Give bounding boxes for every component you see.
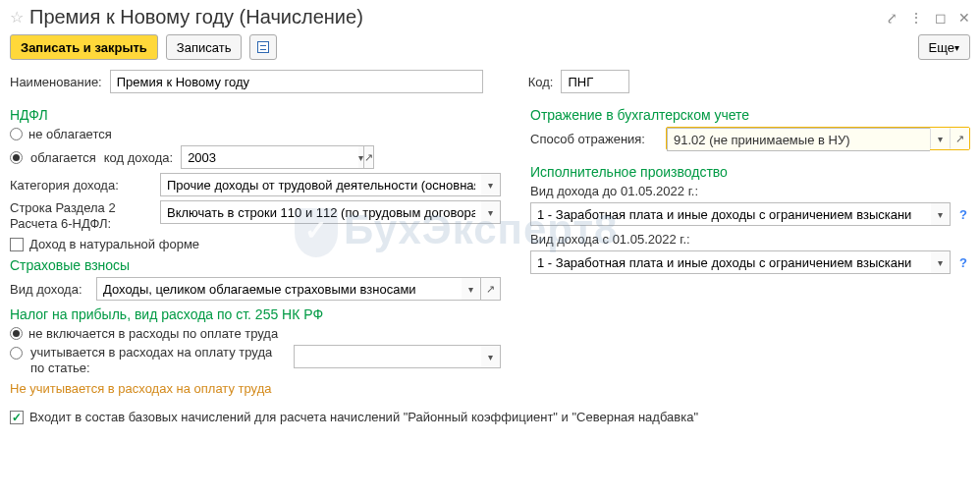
insurance-income-type-input[interactable] <box>96 277 462 301</box>
base-accruals-label: Входит в состав базовых начислений для р… <box>29 410 698 424</box>
income-before-label: Вид дохода до 01.05.2022 г.: <box>530 184 970 198</box>
ndfl-not-taxed-radio[interactable] <box>10 128 23 140</box>
reflection-method-open-icon[interactable]: ↗ <box>950 128 969 149</box>
more-menu-button[interactable]: Еще <box>918 34 970 60</box>
base-accruals-checkbox[interactable] <box>10 411 24 424</box>
income-category-label: Категория дохода: <box>10 178 152 193</box>
income-after-input[interactable] <box>530 250 931 274</box>
income-after-help-icon[interactable]: ? <box>956 255 970 270</box>
income-before-input[interactable] <box>530 202 931 226</box>
code-input[interactable] <box>561 70 629 93</box>
income-code-label: код дохода: <box>104 150 173 165</box>
ndfl-taxed-label: облагается <box>30 150 96 165</box>
expense-article-input[interactable] <box>294 345 481 368</box>
income-after-dropdown-icon[interactable]: ▾ <box>931 250 951 274</box>
expense-article-dropdown-icon[interactable]: ▾ <box>481 345 501 368</box>
list-view-button[interactable] <box>249 34 277 60</box>
insurance-income-type-dropdown-icon[interactable]: ▾ <box>462 277 481 301</box>
close-icon[interactable]: ✕ <box>958 10 970 26</box>
restore-window-icon[interactable]: ◻ <box>935 10 947 26</box>
income-after-label: Вид дохода с 01.05.2022 г.: <box>530 232 970 247</box>
window-title: Премия к Новому году (Начисление) <box>29 6 363 28</box>
income-in-kind-label: Доход в натуральной форме <box>29 237 199 251</box>
reflection-method-input[interactable] <box>667 128 930 151</box>
save-button[interactable]: Записать <box>166 34 243 60</box>
profit-not-included-radio[interactable] <box>10 327 23 340</box>
profit-by-article-label: учитывается в расходах на оплату труда п… <box>30 345 286 375</box>
name-input[interactable] <box>110 70 483 93</box>
ndfl-taxed-radio[interactable] <box>10 151 23 164</box>
link-icon[interactable]: ⤤ <box>886 10 898 26</box>
section2-dropdown-icon[interactable]: ▾ <box>481 200 501 224</box>
enforcement-header: Исполнительное производство <box>530 164 970 180</box>
section2-label: Строка Раздела 2 Расчета 6-НДФЛ: <box>10 200 152 231</box>
code-label: Код: <box>528 75 554 89</box>
reflection-method-label: Способ отражения: <box>530 132 658 146</box>
income-before-dropdown-icon[interactable]: ▾ <box>931 202 951 226</box>
income-code-input[interactable] <box>181 145 358 169</box>
profit-by-article-radio[interactable] <box>10 347 23 360</box>
list-icon <box>257 41 269 53</box>
profit-tax-header: Налог на прибыль, вид расхода по ст. 255… <box>10 306 501 322</box>
income-in-kind-checkbox[interactable] <box>10 238 24 251</box>
income-category-input[interactable] <box>160 173 481 196</box>
insurance-income-type-open-icon[interactable]: ↗ <box>481 277 501 301</box>
reflection-method-dropdown-icon[interactable]: ▾ <box>930 128 950 149</box>
kebab-menu-icon[interactable]: ⋮ <box>909 10 923 26</box>
ndfl-not-taxed-label: не облагается <box>28 127 112 141</box>
income-code-open-icon[interactable]: ↗ <box>364 145 374 169</box>
name-label: Наименование: <box>10 75 102 89</box>
profit-tax-status: Не учитывается в расходах на оплату труд… <box>10 381 501 396</box>
income-category-dropdown-icon[interactable]: ▾ <box>481 173 501 196</box>
accounting-header: Отражение в бухгалтерском учете <box>530 107 970 123</box>
ndfl-header: НДФЛ <box>10 107 501 123</box>
save-and-close-button[interactable]: Записать и закрыть <box>10 34 158 60</box>
section2-input[interactable] <box>160 200 481 224</box>
insurance-header: Страховые взносы <box>10 257 501 273</box>
income-before-help-icon[interactable]: ? <box>956 207 970 222</box>
profit-not-included-label: не включается в расходы по оплате труда <box>28 326 278 341</box>
insurance-income-type-label: Вид дохода: <box>10 282 88 297</box>
favorite-star-icon[interactable]: ☆ <box>10 8 24 27</box>
